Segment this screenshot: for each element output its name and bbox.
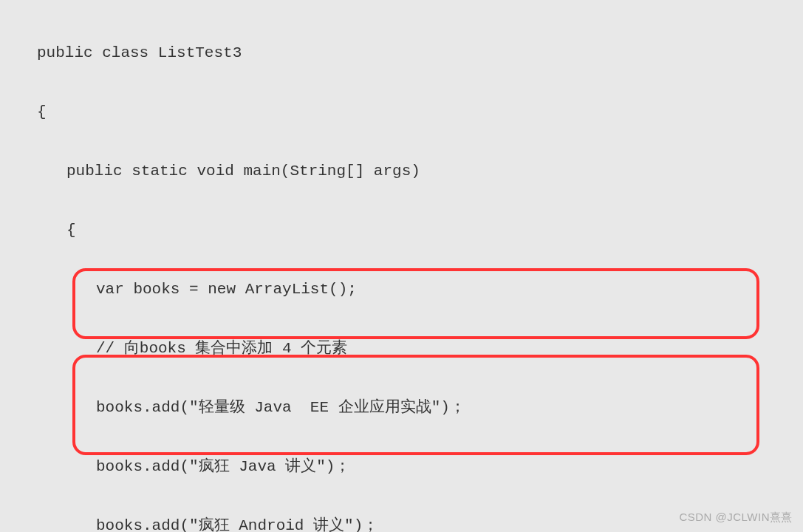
code-line: books.add("轻量级 Java EE 企业应用实战")； — [0, 393, 803, 423]
code-line: { — [0, 216, 803, 245]
code-line: public static void main(String[] args) — [0, 157, 803, 186]
code-block: public class ListTest3 { public static v… — [0, 0, 803, 532]
code-line: { — [0, 98, 803, 127]
code-line: var books = new ArrayList(); — [0, 275, 803, 304]
watermark: CSDN @JCLWIN熹熹 — [679, 511, 793, 525]
code-line: public class ListTest3 — [0, 38, 803, 68]
code-line: // 向books 集合中添加 4 个元素 — [0, 334, 803, 364]
code-line: books.add("疯狂 Java 讲义")； — [0, 452, 803, 482]
